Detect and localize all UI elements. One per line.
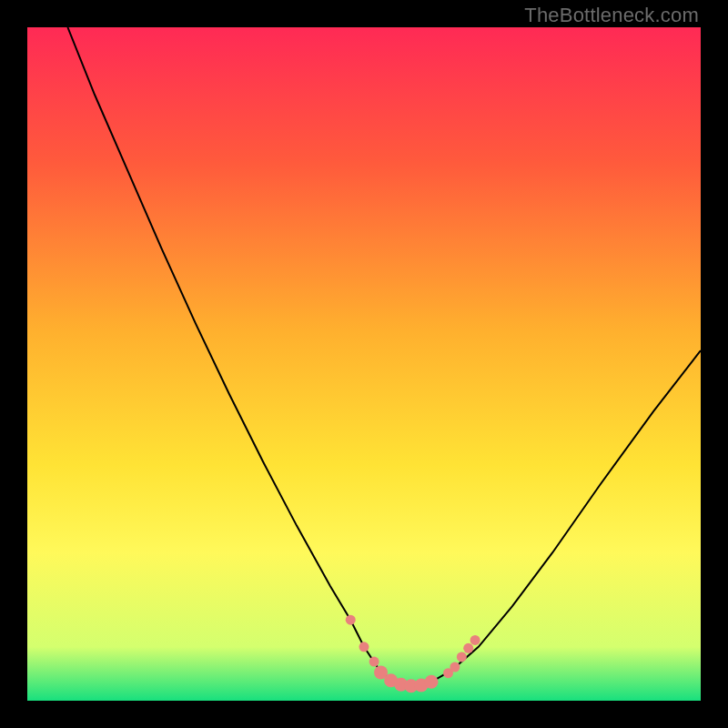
marker-dot — [457, 652, 467, 662]
marker-dot — [369, 657, 379, 667]
chart-svg — [27, 27, 701, 701]
chart-plot-area — [27, 27, 701, 701]
marker-dot — [470, 635, 480, 645]
marker-dot — [425, 675, 439, 689]
marker-dot — [463, 643, 473, 653]
marker-dot — [346, 615, 356, 625]
watermark-text: TheBottleneck.com — [524, 4, 699, 27]
marker-dot — [450, 662, 460, 672]
outer-frame: TheBottleneck.com — [0, 0, 728, 728]
marker-dot — [359, 642, 369, 652]
gradient-background — [27, 27, 701, 701]
